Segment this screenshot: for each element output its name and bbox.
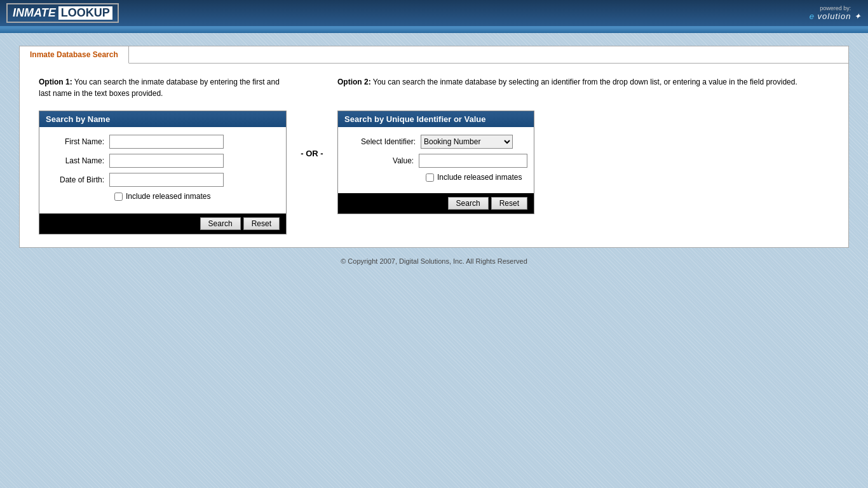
last-name-label: Last Name:: [46, 156, 109, 165]
first-name-label: First Name:: [46, 137, 109, 146]
value-row: Value:: [344, 154, 527, 168]
option2-description: Option 2: You can search the inmate data…: [337, 76, 829, 88]
name-search-footer: Search Reset: [39, 214, 286, 234]
option2-label: Option 2:: [337, 78, 371, 86]
select-identifier-label: Select Identifier:: [344, 137, 421, 146]
tab-inmate-database-search[interactable]: Inmate Database Search: [20, 46, 129, 64]
first-name-input[interactable]: [109, 135, 224, 149]
uid-search-header: Search by Unique Identifier or Value: [338, 111, 534, 127]
name-search-header: Search by Name: [39, 111, 286, 127]
dob-input[interactable]: [109, 173, 224, 187]
uid-search-button[interactable]: Search: [448, 197, 489, 210]
panel-container: Inmate Database Search Option 1: You can…: [19, 46, 849, 248]
uid-search-column: Search by Unique Identifier or Value Sel…: [337, 111, 829, 214]
name-reset-button[interactable]: Reset: [243, 217, 280, 230]
logo-inmate-text: INMATE: [13, 6, 56, 20]
uid-reset-button[interactable]: Reset: [491, 197, 527, 210]
value-input[interactable]: [419, 154, 527, 168]
uid-search-footer: Search Reset: [338, 193, 534, 214]
panel-body: Option 1: You can search the inmate data…: [20, 64, 848, 247]
logo-lookup-text: LOOKUP: [58, 6, 112, 20]
uid-search-box: Search by Unique Identifier or Value Sel…: [337, 111, 534, 214]
include-released-label: Include released inmates: [126, 192, 210, 201]
logo-box: INMATE LOOKUP: [6, 3, 119, 23]
last-name-input[interactable]: [109, 154, 224, 168]
option1-label: Option 1:: [39, 78, 72, 86]
evolution-logo: e volution ✦: [810, 11, 862, 21]
name-search-body: First Name: Last Name: Date of Birth:: [39, 127, 286, 214]
footer: © Copyright 2007, Digital Solutions, Inc…: [19, 248, 849, 274]
uid-include-released-row: Include released inmates: [426, 173, 527, 182]
name-search-button[interactable]: Search: [200, 217, 241, 230]
option2-text: You can search the inmate database by se…: [371, 78, 797, 86]
option1-text: You can search the inmate database by en…: [39, 78, 280, 98]
dob-label: Date of Birth:: [46, 175, 109, 184]
option1-description: Option 1: You can search the inmate data…: [39, 76, 287, 99]
first-name-row: First Name:: [46, 135, 280, 149]
include-released-row: Include released inmates: [114, 192, 280, 201]
select-identifier-row: Select Identifier: Booking Number SSN In…: [344, 135, 527, 149]
identifier-select[interactable]: Booking Number SSN Inmate ID Case Number: [421, 135, 513, 149]
subheader-bar: [0, 28, 868, 33]
powered-by-area: powered by: e volution ✦: [810, 5, 862, 21]
copyright-text: © Copyright 2007, Digital Solutions, Inc…: [341, 257, 527, 265]
options-row: Option 1: You can search the inmate data…: [39, 76, 829, 99]
search-layout: Search by Name First Name: Last Name:: [39, 111, 829, 234]
tab-bar: Inmate Database Search: [20, 46, 848, 64]
last-name-row: Last Name:: [46, 154, 280, 168]
main-content: Inmate Database Search Option 1: You can…: [0, 33, 868, 287]
uid-include-released-checkbox[interactable]: [426, 173, 434, 182]
or-divider: - OR -: [287, 111, 337, 158]
uid-search-body: Select Identifier: Booking Number SSN In…: [338, 127, 534, 193]
dob-row: Date of Birth:: [46, 173, 280, 187]
name-search-column: Search by Name First Name: Last Name:: [39, 111, 287, 234]
value-label: Value:: [344, 156, 419, 165]
app-header: INMATE LOOKUP powered by: e volution ✦: [0, 0, 868, 28]
uid-include-released-label: Include released inmates: [437, 173, 522, 182]
powered-by-label: powered by:: [820, 5, 851, 11]
include-released-checkbox[interactable]: [114, 193, 123, 201]
or-label: - OR -: [301, 149, 323, 158]
name-search-box: Search by Name First Name: Last Name:: [39, 111, 287, 234]
logo-area: INMATE LOOKUP: [6, 3, 119, 23]
